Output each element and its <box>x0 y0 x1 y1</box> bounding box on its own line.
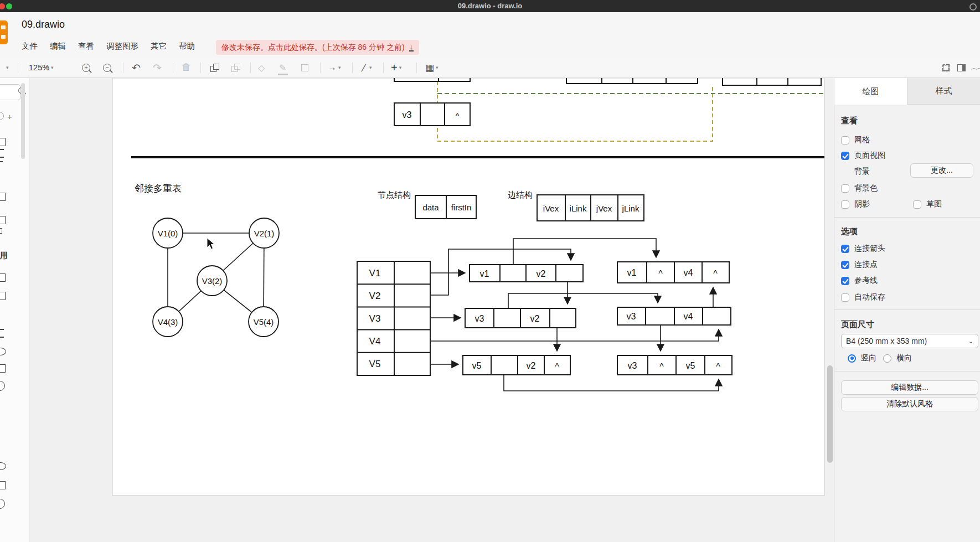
shape-stub-icon[interactable] <box>0 381 5 391</box>
shape-stub-icon[interactable] <box>0 292 6 300</box>
format-panel-tabs: 绘图 样式 <box>834 78 980 105</box>
shape-stub-icon[interactable] <box>0 193 6 201</box>
grid-option[interactable]: 网格 <box>841 135 870 145</box>
menu-view[interactable]: 查看 <box>78 41 94 51</box>
page-view-option[interactable]: 页面视图 <box>841 151 885 161</box>
insert-dropdown[interactable]: +▾ <box>391 61 401 74</box>
canvas-vertical-scrollbar[interactable] <box>827 365 833 463</box>
guides-checkbox[interactable] <box>841 277 849 285</box>
autosave-option[interactable]: 自动保存 <box>841 292 885 302</box>
options-heading: 选项 <box>841 226 858 237</box>
page-size-value: B4 (250 mm x 353 mm) <box>846 337 927 345</box>
menu-edit[interactable]: 编辑 <box>50 41 66 51</box>
conn-points-checkbox[interactable] <box>841 261 849 269</box>
page-size-heading: 页面尺寸 <box>841 319 874 330</box>
shape-stub-icon[interactable] <box>0 499 5 509</box>
autosave-checkbox[interactable] <box>841 293 849 302</box>
zoom-level-dropdown[interactable]: 125%▾ <box>29 61 54 74</box>
delete-button[interactable]: 🗑︎ <box>182 61 191 74</box>
collapse-toolbar-button[interactable]: ︿︿ <box>971 61 980 74</box>
to-back-button[interactable] <box>231 61 240 74</box>
view-heading: 查看 <box>841 116 858 126</box>
sidebar-scrollbar[interactable] <box>21 83 25 159</box>
waypoint-style-dropdown[interactable]: —▾ <box>359 61 372 74</box>
top-edge-node[interactable]: v3 ^ <box>394 103 470 126</box>
menu-arrange[interactable]: 调整图形 <box>106 41 138 51</box>
drawio-logo-icon <box>0 20 8 44</box>
to-front-button[interactable] <box>210 61 219 74</box>
cell-label: v2 <box>527 361 536 370</box>
null-caret: ^ <box>555 362 559 371</box>
shadow-option[interactable]: 阴影 <box>841 199 870 209</box>
shape-search-input[interactable] <box>0 84 21 100</box>
unsaved-changes-alert[interactable]: 修改未保存。点击此处保存。(上次保存 86 分钟 之前) ↓ <box>216 40 419 55</box>
cell-label: v3 <box>627 312 636 321</box>
shape-stub-icon[interactable] <box>0 138 6 146</box>
undo-button[interactable]: ↶ <box>132 61 141 74</box>
guides-option[interactable]: 参考线 <box>841 276 878 286</box>
tab-style[interactable]: 样式 <box>907 78 980 104</box>
menu-extras[interactable]: 其它 <box>151 41 167 51</box>
conn-arrows-option[interactable]: 连接箭头 <box>841 244 885 254</box>
vertex-table[interactable]: V1 V2 V3 V4 V5 <box>357 261 430 375</box>
bg-color-checkbox[interactable] <box>841 184 849 193</box>
redo-button[interactable]: ↷ <box>153 61 162 74</box>
conn-points-option[interactable]: 连接点 <box>841 260 878 270</box>
shape-stub-icon[interactable] <box>0 149 4 158</box>
shape-stub-icon[interactable] <box>0 462 6 470</box>
fullscreen-button[interactable] <box>942 61 950 74</box>
null-caret: ^ <box>455 111 459 121</box>
titlebar: 09.drawio - draw.io <box>0 0 980 12</box>
settings-sun-icon[interactable] <box>969 3 977 11</box>
zoom-out-button[interactable]: − <box>103 61 111 74</box>
background-label: 背景 <box>854 167 870 177</box>
add-shape-icon[interactable]: + <box>7 112 12 121</box>
shadow-checkbox[interactable] <box>841 200 849 209</box>
cell-label: iVex <box>543 204 559 213</box>
tab-diagram[interactable]: 绘图 <box>834 78 907 105</box>
shape-stub-icon[interactable] <box>0 329 4 338</box>
shape-stub-icon[interactable] <box>0 348 6 355</box>
conn-arrows-checkbox[interactable] <box>841 245 849 253</box>
page-size-select[interactable]: B4 (250 mm x 353 mm) ⌄ <box>841 334 978 348</box>
clear-default-style-button[interactable]: 清除默认风格 <box>841 397 978 411</box>
shape-stub-icon[interactable] <box>0 273 6 282</box>
download-icon[interactable]: ↓ <box>409 43 414 51</box>
sketch-checkbox[interactable] <box>913 200 921 209</box>
cell-label: v2 <box>537 269 546 278</box>
connection-style-dropdown[interactable]: →▾ <box>328 61 341 74</box>
edge-struct-box[interactable]: iVex iLink jVex jLink <box>537 195 644 221</box>
shape-stub-icon[interactable] <box>0 364 6 373</box>
shape-stub-icon[interactable] <box>0 161 3 162</box>
sketch-option[interactable]: 草图 <box>913 199 942 209</box>
shape-stub-icon[interactable] <box>0 481 6 489</box>
edit-data-button[interactable]: 编辑数据... <box>841 380 978 395</box>
shape-stub-icon[interactable] <box>0 228 2 234</box>
shape-picker-dropdown[interactable]: ▾ <box>4 61 9 74</box>
table-dropdown[interactable]: ▦▾ <box>425 61 439 74</box>
bg-color-option[interactable]: 背景色 <box>841 183 878 193</box>
menu-file[interactable]: 文件 <box>22 41 38 51</box>
node-struct-box[interactable]: data firstIn <box>415 195 476 219</box>
landscape-option[interactable]: 横向 <box>883 353 912 363</box>
landscape-radio[interactable] <box>883 354 891 363</box>
page-view-checkbox[interactable] <box>841 152 849 160</box>
line-color-button[interactable]: ✎ <box>279 61 286 74</box>
grid-checkbox[interactable] <box>841 136 849 144</box>
edge-node-list-right[interactable]: v1 ^ v4 ^ v3 v4 v3 ^ v5 ^ <box>617 262 732 375</box>
edge-node-list-left[interactable]: v1 v2 v3 v2 v5 v2 ^ <box>463 265 583 375</box>
portrait-option[interactable]: 竖向 <box>848 353 876 363</box>
document-title: 09.drawio <box>22 19 65 30</box>
change-background-button[interactable]: 更改... <box>910 163 973 178</box>
zoom-in-button[interactable]: + <box>82 61 90 74</box>
help-circle-icon[interactable] <box>0 112 4 120</box>
fill-color-button[interactable]: ◇ <box>258 61 265 74</box>
table-row-label: V3 <box>369 313 381 324</box>
shape-stub-icon[interactable] <box>0 216 6 224</box>
cell-label: jVex <box>596 204 612 213</box>
toggle-format-panel-button[interactable] <box>957 61 966 74</box>
menu-help[interactable]: 帮助 <box>179 41 195 51</box>
diagram-canvas[interactable]: v3 ^ 邻接多重表 V1(0) V2(1) V3(2) V4(3) <box>0 0 980 542</box>
shadow-button[interactable] <box>301 61 308 74</box>
portrait-radio[interactable] <box>848 354 856 363</box>
